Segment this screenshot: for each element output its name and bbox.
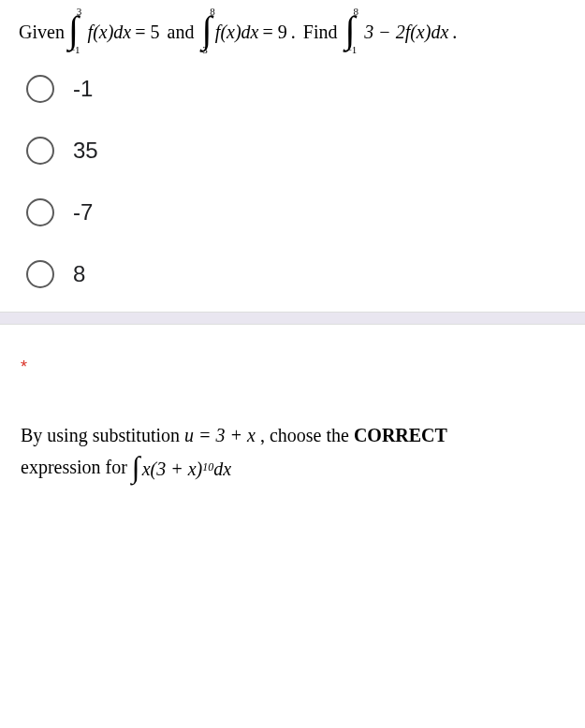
q1-find: Find [303,17,338,47]
option-3[interactable]: -7 [26,198,566,226]
option-label: -7 [73,199,93,226]
integral-3: ∫ 8 −1 3 − 2f(x)dx [344,17,448,47]
radio-icon[interactable] [26,75,54,103]
options-group: -1 35 -7 8 [19,75,566,288]
question-1-block: Given ∫ 3 −1 f(x)dx = 5 and ∫ 8 3 f(x)dx… [0,0,585,312]
option-label: -1 [73,76,93,102]
section-divider [0,312,585,325]
radio-icon[interactable] [26,198,54,226]
q1-prefix: Given [19,17,65,47]
radio-icon[interactable] [26,137,54,165]
integral-4: ∫ x(3 + x)10 dx [132,453,231,485]
q1-and: and [168,17,195,47]
question-1-text: Given ∫ 3 −1 f(x)dx = 5 and ∫ 8 3 f(x)dx… [19,17,566,47]
option-label: 8 [73,261,85,287]
radio-icon[interactable] [26,260,54,288]
option-1[interactable]: -1 [26,75,566,103]
integral-sign-icon: ∫ [132,457,140,477]
integral-2: ∫ 8 3 f(x)dx = 9 [201,17,286,47]
question-2-block: * By using substitution u = 3 + x , choo… [0,325,585,503]
integral-1: ∫ 3 −1 f(x)dx = 5 [68,17,160,47]
option-label: 35 [73,138,98,164]
option-4[interactable]: 8 [26,260,566,288]
required-indicator: * [21,357,564,377]
option-2[interactable]: 35 [26,137,566,165]
question-2-text: By using substitution u = 3 + x , choose… [21,419,564,485]
